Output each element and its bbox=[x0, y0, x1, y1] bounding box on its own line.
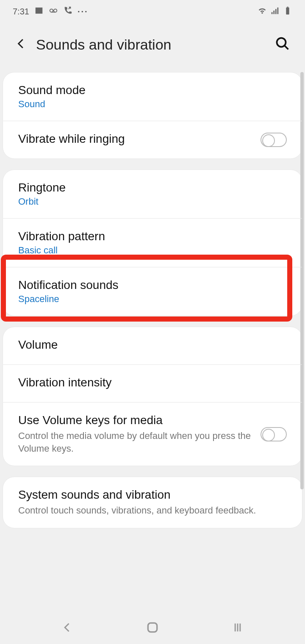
page-title: Sounds and vibration bbox=[36, 36, 271, 53]
item-title: Ringtone bbox=[18, 181, 287, 194]
item-notification-sounds[interactable]: Notification sounds Spaceline bbox=[3, 267, 302, 316]
svg-rect-11 bbox=[148, 623, 157, 632]
item-title: Vibrate while ringing bbox=[18, 132, 125, 146]
svg-rect-8 bbox=[287, 7, 288, 8]
signal-icon bbox=[270, 6, 280, 17]
item-value: Spaceline bbox=[18, 294, 287, 305]
item-system-sounds[interactable]: System sounds and vibration Control touc… bbox=[3, 477, 302, 528]
item-title: Volume bbox=[18, 338, 287, 352]
toggle-vibrate-while-ringing[interactable] bbox=[261, 133, 287, 147]
item-ringtone[interactable]: Ringtone Orbit bbox=[3, 170, 302, 219]
item-title: System sounds and vibration bbox=[18, 488, 287, 502]
item-desc: Control touch sounds, vibrations, and ke… bbox=[18, 504, 287, 517]
back-button[interactable] bbox=[11, 33, 32, 56]
image-icon bbox=[34, 6, 44, 17]
item-volume-keys-media[interactable]: Use Volume keys for media Control the me… bbox=[3, 402, 302, 466]
card-ringtone-group: Ringtone Orbit Vibration pattern Basic c… bbox=[3, 169, 302, 316]
card-sound-mode: Sound mode Sound Vibrate while ringing bbox=[3, 72, 302, 159]
svg-rect-5 bbox=[275, 9, 277, 14]
phone-forward-icon bbox=[63, 6, 72, 17]
svg-rect-6 bbox=[277, 8, 279, 14]
content: Sound mode Sound Vibrate while ringing R… bbox=[0, 72, 305, 528]
svg-rect-4 bbox=[273, 11, 274, 14]
item-title: Use Volume keys for media bbox=[18, 414, 252, 427]
item-vibration-pattern[interactable]: Vibration pattern Basic call bbox=[3, 219, 302, 267]
toggle-volume-keys-media[interactable] bbox=[261, 427, 287, 441]
svg-point-9 bbox=[277, 38, 286, 47]
item-title: Notification sounds bbox=[18, 278, 287, 292]
card-volume-group: Volume Vibration intensity Use Volume ke… bbox=[3, 327, 302, 466]
svg-rect-3 bbox=[272, 12, 273, 14]
svg-point-0 bbox=[50, 9, 53, 12]
item-volume[interactable]: Volume bbox=[3, 327, 302, 365]
more-icon: ··· bbox=[78, 7, 89, 17]
item-title: Vibration intensity bbox=[18, 376, 287, 389]
battery-icon bbox=[283, 6, 292, 17]
item-value: Sound bbox=[18, 99, 287, 110]
voicemail-icon bbox=[49, 6, 58, 17]
nav-home-icon[interactable] bbox=[146, 621, 159, 636]
item-value: Orbit bbox=[18, 196, 287, 207]
item-value: Basic call bbox=[18, 245, 287, 256]
svg-rect-7 bbox=[286, 8, 289, 14]
status-bar: 7:31 ··· bbox=[0, 0, 305, 23]
navigation-bar bbox=[0, 612, 305, 644]
item-title: Vibration pattern bbox=[18, 230, 287, 243]
item-title: Sound mode bbox=[18, 83, 287, 97]
wifi-icon bbox=[258, 6, 267, 17]
search-button[interactable] bbox=[271, 32, 294, 57]
item-vibration-intensity[interactable]: Vibration intensity bbox=[3, 365, 302, 402]
svg-point-1 bbox=[54, 9, 57, 12]
card-system-sounds: System sounds and vibration Control touc… bbox=[3, 477, 302, 528]
nav-recents-icon[interactable] bbox=[232, 622, 244, 635]
svg-line-10 bbox=[285, 46, 288, 50]
item-sound-mode[interactable]: Sound mode Sound bbox=[3, 72, 302, 121]
header: Sounds and vibration bbox=[0, 23, 305, 72]
item-desc: Control the media volume by default when… bbox=[18, 430, 252, 455]
item-vibrate-while-ringing[interactable]: Vibrate while ringing bbox=[3, 121, 302, 158]
nav-back-icon[interactable] bbox=[61, 622, 73, 635]
status-time: 7:31 bbox=[13, 7, 29, 17]
